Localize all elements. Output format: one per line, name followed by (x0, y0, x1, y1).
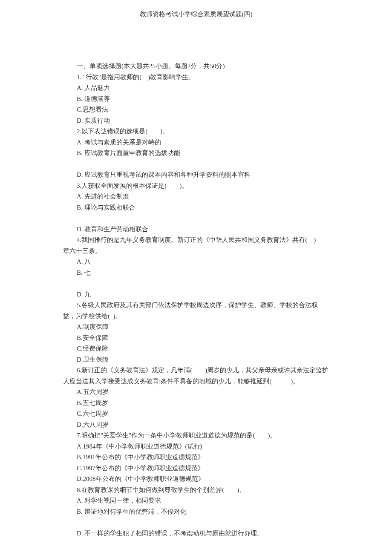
q2-stem: 2.以下表达错误的选项是( )。 (63, 126, 329, 137)
q1-option-a: A. 人品魅力 (63, 83, 329, 94)
q4-stem-1: 4.我国推行的是九年义务教育制度。新订正的《中华人民共和国义务教育法》共有( ) (63, 235, 329, 246)
q3-stem: 3.人获取全面发展的根本保证是( )。 (63, 181, 329, 192)
q5-stem-2: 益，为学校供给( )。 (63, 311, 329, 322)
q5-option-d: D.卫生保障 (63, 354, 329, 365)
page-title: 教师资格考试小学综合素质展望试题(四) (0, 10, 392, 18)
q6-stem-2: 人应当送其入学接受达成义务教育;条件不具备的地域的少儿，能够推延到( )。 (63, 376, 329, 387)
q6-option-c: C.六七周岁 (63, 408, 329, 420)
q7-option-c: C.1997年公布的《中小学教师职业道德规范》 (63, 463, 329, 474)
q8-option-b: B. 辨证地对待学生的优弊端，不停对化 (63, 506, 329, 518)
q6-option-a: A.五六周岁 (63, 387, 329, 398)
q8-option-d: D. 不一样的学生犯了相同的错误，不考虑动机与原由就进行办理。 (63, 528, 329, 539)
q1-stem: 1. "行教"是指用教师的( )教育影响学生。 (63, 72, 329, 83)
q8-option-a: A. 对学生视同一律，相同要求 (63, 495, 329, 506)
blank-line (63, 517, 329, 528)
q3-option-b: B. 理论与实践相联合 (63, 202, 329, 213)
q1-option-b: B. 道德涵养 (63, 94, 329, 105)
document-body: 一、单项选择题(本大题共25小题。每题2分，共50分) 1. "行教"是指用教师… (0, 61, 392, 539)
q7-option-b: B.1991年公布的《中小学教师职业道德规范》 (63, 452, 329, 463)
q3-option-a: A. 先进的社会制度 (63, 191, 329, 202)
q7-option-d: D.2008年公布的《中小学教师职业道德规范》 (63, 474, 329, 485)
q1-option-d: D. 实质行动 (63, 115, 329, 127)
blank-line (63, 159, 329, 170)
q6-stem-1: 6.新订正的《义务教育法》规定，凡年满( )周岁的少儿，其父亲母亲或许其余法定监… (63, 365, 329, 376)
q5-option-c: C.经费保障 (63, 343, 329, 354)
q5-stem-1: 5.各级人民政府及其有关部门依法保护学校周边次序，保护学生、教师、学校的合法权 (63, 300, 329, 311)
blank-line (63, 278, 329, 289)
q4-option-d: D. 九 (63, 289, 329, 300)
q2-option-d: D. 应试教育只重视考试的课本内容和各种升学资料的照本宣科 (63, 170, 329, 181)
q7-stem: 7.明确把"关爱学生"作为一条中小学教师职业道道德为规范的是( )。 (63, 430, 329, 441)
q6-option-b: B.五七周岁 (63, 398, 329, 409)
q2-option-a: A. 考试与素质的关系是对峙的 (63, 137, 329, 148)
section-header: 一、单项选择题(本大题共25小题。每题2分，共50分) (63, 61, 329, 72)
q5-option-b: B.安全保障 (63, 333, 329, 344)
q4-stem-2: 章六十三条。 (63, 246, 329, 257)
q4-option-b: B. 七 (63, 267, 329, 279)
q2-option-b: B. 应试教育片面重申教育的选拔功能 (63, 148, 329, 159)
q8-stem: 8.在教育教课的细节中如何做到尊敬学生的个别差异( )。 (63, 485, 329, 496)
q1-option-c: C.思想看法 (63, 104, 329, 115)
blank-line (63, 213, 329, 224)
q4-option-a: A. 八 (63, 256, 329, 267)
q7-option-a: A.1984年《中小学教师职业道德规范》(试行) (63, 441, 329, 452)
q3-option-d: D. 教育和生产劳动相联合 (63, 224, 329, 235)
q6-option-d: D.六八周岁 (63, 420, 329, 431)
q5-option-a: A.制度保障 (63, 322, 329, 333)
